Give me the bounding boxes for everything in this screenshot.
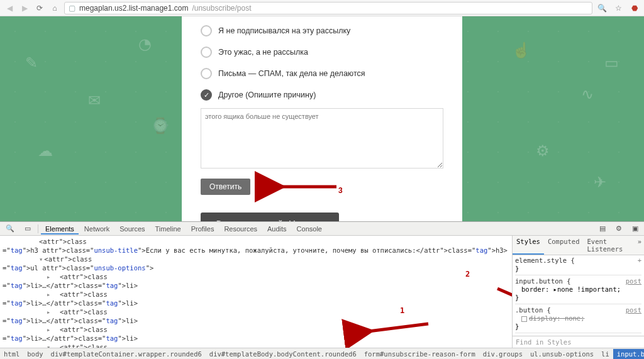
search-icon[interactable]: 🔍 bbox=[596, 3, 608, 14]
dock-icon[interactable]: ▣ bbox=[628, 223, 643, 235]
styles-rules[interactable]: + element.style {}input.button {postbord… bbox=[513, 255, 644, 336]
tab-resources[interactable]: Resources bbox=[219, 223, 262, 235]
devtools: 🔍 ▭ Elements Network Sources Timeline Pr… bbox=[0, 221, 644, 359]
mask-icon[interactable]: ⬣ bbox=[629, 3, 640, 14]
home-icon[interactable]: ⌂ bbox=[49, 3, 60, 14]
breadcrumb-item[interactable]: div.groups bbox=[479, 349, 526, 359]
tab-elements[interactable]: Elements bbox=[41, 223, 79, 235]
styles-more-icon[interactable]: » bbox=[635, 236, 644, 255]
annotation-arrow-2 bbox=[462, 275, 512, 326]
annotation-number-3: 3 bbox=[338, 186, 343, 195]
styles-tab-computed[interactable]: Computed bbox=[544, 236, 584, 255]
option-label: Письма — СПАМ, так дела не делаются bbox=[218, 69, 365, 78]
drawer-icon[interactable]: ▤ bbox=[595, 223, 610, 235]
url-host: megaplan.us2.list-manage1.com bbox=[79, 4, 188, 13]
breadcrumb-item[interactable]: li bbox=[597, 349, 613, 359]
tab-sources[interactable]: Sources bbox=[115, 223, 149, 235]
breadcrumb-item[interactable]: form#unsubscribe-reason-form bbox=[360, 349, 479, 359]
styles-tab-styles[interactable]: Styles bbox=[513, 236, 544, 255]
submit-button[interactable]: Ответить bbox=[201, 179, 250, 195]
breadcrumb-item[interactable]: input.button.small-button bbox=[613, 349, 644, 359]
unsubscribe-card: Я не подписывался на эту рассылку Это уж… bbox=[182, 16, 462, 221]
unsub-option[interactable]: Другое (Опишите причину) bbox=[182, 84, 462, 106]
breadcrumb-item[interactable]: div#templateBody.bodyContent.rounded6 bbox=[206, 349, 360, 359]
breadcrumb-item[interactable]: div#templateContainer.wrapper.rounded6 bbox=[47, 349, 206, 359]
radio-icon[interactable] bbox=[201, 25, 212, 36]
url-path: /unsubscribe/post bbox=[192, 4, 251, 13]
bookmark-star-icon[interactable]: ☆ bbox=[613, 3, 624, 14]
tab-console[interactable]: Console bbox=[292, 223, 326, 235]
tab-network[interactable]: Network bbox=[80, 223, 114, 235]
unsub-option[interactable]: Письма — СПАМ, так дела не делаются bbox=[182, 63, 462, 84]
inspect-icon[interactable]: 🔍 bbox=[1, 223, 19, 235]
option-label: Я не подписывался на эту рассылку bbox=[218, 26, 350, 35]
dom-tree[interactable]: <attr">class="tag">h3 attr">class="unsub… bbox=[0, 236, 512, 348]
reload-icon[interactable]: ⟳ bbox=[34, 3, 45, 14]
tab-audits[interactable]: Audits bbox=[263, 223, 291, 235]
breadcrumb-item[interactable]: ul.unsub-options bbox=[526, 349, 597, 359]
option-label: Другое (Опишите причину) bbox=[218, 91, 316, 99]
annotation-number-2: 2 bbox=[465, 270, 470, 279]
styles-tab-listeners[interactable]: Event Listeners bbox=[584, 236, 635, 255]
reason-textarea[interactable] bbox=[201, 108, 443, 168]
unsub-option[interactable]: Это ужас, а не рассылка bbox=[182, 41, 462, 63]
tab-profiles[interactable]: Profiles bbox=[187, 223, 219, 235]
styles-panel: Styles Computed Event Listeners » + elem… bbox=[512, 236, 644, 348]
tab-timeline[interactable]: Timeline bbox=[151, 223, 186, 235]
radio-icon[interactable] bbox=[201, 68, 212, 79]
back-to-site-button[interactable]: « Вернуться на сайт Мегаплана bbox=[201, 213, 339, 221]
unsub-options: Я не подписывался на эту рассылку Это уж… bbox=[182, 16, 462, 106]
breadcrumb-item[interactable]: body bbox=[23, 349, 47, 359]
breadcrumb-item[interactable]: html bbox=[0, 349, 23, 359]
back-icon[interactable]: ◀ bbox=[4, 3, 15, 14]
browser-toolbar: ◀ ▶ ⟳ ⌂ ▢ megaplan.us2.list-manage1.com/… bbox=[0, 0, 644, 16]
page-viewport: ✎ ✉ ☁ ◔ ⌚ ☝ ∿ ▭ ⚙ ✈ Я не подписывался на… bbox=[0, 16, 644, 221]
new-rule-icon[interactable]: + bbox=[638, 257, 641, 265]
dom-breadcrumbs[interactable]: htmlbodydiv#templateContainer.wrapper.ro… bbox=[0, 348, 644, 359]
radio-icon[interactable] bbox=[201, 47, 212, 58]
styles-filter[interactable]: Find in Styles bbox=[513, 336, 644, 348]
radio-icon[interactable] bbox=[201, 89, 212, 101]
devtools-tabs: 🔍 ▭ Elements Network Sources Timeline Pr… bbox=[0, 222, 644, 236]
device-icon[interactable]: ▭ bbox=[20, 223, 35, 235]
option-label: Это ужас, а не рассылка bbox=[218, 48, 308, 57]
address-bar[interactable]: ▢ megaplan.us2.list-manage1.com/unsubscr… bbox=[64, 2, 592, 14]
styles-tabs: Styles Computed Event Listeners » bbox=[513, 236, 644, 255]
annotation-number-1: 1 bbox=[400, 306, 404, 315]
settings-gear-icon[interactable]: ⚙ bbox=[611, 223, 626, 235]
globe-icon: ▢ bbox=[69, 4, 75, 13]
forward-icon[interactable]: ▶ bbox=[19, 3, 30, 14]
unsub-option[interactable]: Я не подписывался на эту рассылку bbox=[182, 20, 462, 41]
